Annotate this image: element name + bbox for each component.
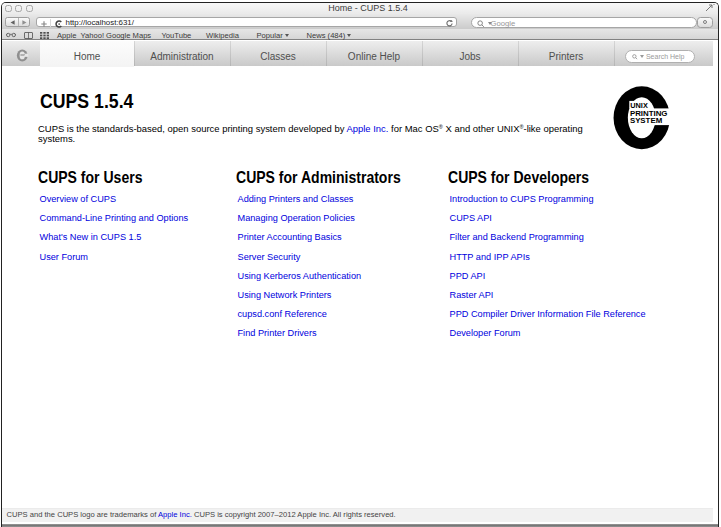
svg-text:SYSTEM: SYSTEM xyxy=(630,116,663,125)
